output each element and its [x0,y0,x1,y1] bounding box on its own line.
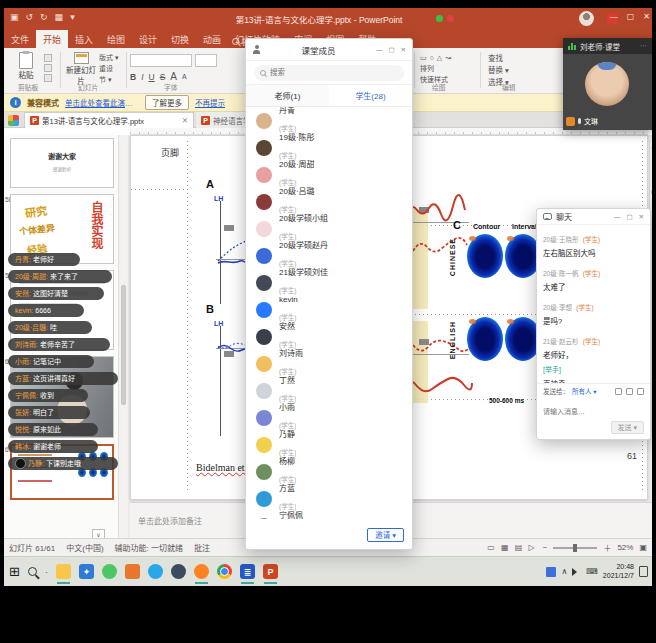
accessibility-status[interactable]: 辅助功能: 一切就绪 [115,542,183,553]
clipboard-small-buttons[interactable] [44,54,52,84]
tray-chevron-icon[interactable]: ∧ [561,567,567,576]
undo-icon[interactable]: ↺ [26,12,34,22]
member-row[interactable]: 杨柳 (学生) [246,458,412,485]
webcam-window[interactable]: 刘老师·课堂 ⋯ 文琳 [563,38,652,130]
tim-icon[interactable]: ✦ [79,564,94,579]
matlab-icon[interactable] [125,564,140,579]
invite-button[interactable]: 邀请 ▾ [367,528,404,542]
arrange-button[interactable]: 排列 [420,64,451,75]
volume-icon[interactable] [572,568,581,576]
redo-icon[interactable]: ↻ [40,12,48,22]
ribbon-tab[interactable]: 插入 [68,30,100,48]
strikethrough-button[interactable]: S [160,72,166,82]
file-explorer-icon[interactable] [56,564,71,579]
maximize-button[interactable]: ▢ [627,12,635,21]
steam-icon[interactable] [171,564,186,579]
maximize-icon[interactable]: ▢ [626,213,632,221]
cut-icon[interactable] [44,54,52,62]
member-row[interactable]: 20级学硕赵丹 (学生) [246,242,412,269]
taskview-dot-icon[interactable]: · [45,567,48,577]
member-row[interactable]: 乃静 (学生) [246,431,412,458]
member-row[interactable]: 19级·陈彤 (学生) [246,134,412,161]
replace-button[interactable]: 替换 ▾ [488,65,509,77]
copy-icon[interactable] [44,64,52,72]
qat-more-icon[interactable]: ▾ [70,12,75,22]
ime-keyboard-icon[interactable]: ⌨ [586,567,598,576]
member-row[interactable]: 宁佩佩 (学生) [246,512,412,519]
close-tab-icon[interactable]: ✕ [182,116,188,125]
chat-message-list[interactable]: 20级·王晓彤 (学生) 左右脑区别大吗 20级·陈一帆 (学生) [537,225,650,383]
member-row[interactable]: 丁然 (学生) [246,377,412,404]
notice-dismiss-link[interactable]: 不再提示 [195,97,225,108]
font-name-box[interactable] [130,54,192,67]
slide-thumbnail[interactable]: 谢谢大家 ·感谢聆听· [10,138,114,188]
italic-button[interactable]: I [141,72,143,82]
chat-input[interactable] [543,408,644,415]
more-icon[interactable]: ⋯ [640,42,647,50]
section-button[interactable]: 节 ▾ [99,75,118,86]
language-indicator[interactable]: 中文(中国) [66,542,103,553]
close-icon[interactable]: ✕ [401,46,406,54]
account-avatar[interactable] [579,11,594,26]
chrome-icon[interactable] [217,564,232,579]
grow-font-button[interactable]: A [170,71,177,82]
tray-clock[interactable]: 20:48 2021/12/7 [603,563,634,581]
new-slide-button[interactable]: 新建幻灯片 [66,52,96,86]
wechat-icon[interactable] [102,564,117,579]
paste-button[interactable]: 粘贴 [12,52,40,80]
qq-icon[interactable] [148,564,163,579]
member-row[interactable]: 方蓝 (学生) [246,485,412,512]
member-row[interactable]: 21级学硕刘佳 (学生) [246,269,412,296]
zoom-level[interactable]: 52% [617,543,633,552]
find-button[interactable]: 查找 [488,53,509,65]
send-button[interactable]: 发送 ▾ [611,421,644,434]
start-button[interactable]: ⊞ [9,564,20,579]
powerpoint-icon[interactable]: P [263,564,278,579]
save-icon[interactable]: ▣ [10,12,19,22]
chevron-up-icon[interactable]: ∧ [650,140,652,150]
screenshot-icon[interactable] [615,388,622,395]
firefox-icon[interactable] [194,564,209,579]
zoom-in-button[interactable]: ＋ [603,542,611,553]
ribbon-tab[interactable]: 文件 [4,30,36,48]
tab-teachers[interactable]: 老师(1) [246,85,329,106]
minimize-icon[interactable]: — [614,213,621,221]
minimize-icon[interactable]: — [376,46,383,54]
close-icon[interactable]: ✕ [639,213,644,221]
tray-app-icon[interactable] [546,567,556,577]
member-row[interactable]: 刘诗雨 (学生) [246,350,412,377]
maximize-icon[interactable]: ▢ [388,46,394,54]
document-tab-active[interactable]: P 第13讲-语言与文化心理学.pptx ✕ [24,112,194,128]
format-painter-icon[interactable] [44,74,52,82]
emoji-icon[interactable] [637,388,644,395]
action-center-icon[interactable] [639,566,648,577]
ribbon-tab[interactable]: 开始 [36,30,68,48]
view-mode-icons[interactable]: ▭ ▦ ▤ ▷ [487,543,537,552]
underline-button[interactable]: U [149,72,155,82]
present-icon[interactable]: ▦ [55,12,64,22]
audience-dropdown[interactable]: 所有人 ▾ [572,386,597,396]
member-row[interactable]: kevin (学生) [246,296,412,323]
ribbon-tab[interactable]: 设计 [132,30,164,48]
member-row[interactable]: 安然 (学生) [246,323,412,350]
ribbon-tab[interactable]: 绘图 [100,30,132,48]
notes-toggle[interactable]: 批注 [194,542,210,553]
image-icon[interactable] [626,388,633,395]
member-row[interactable]: 20级学硕小组 (学生) [246,215,412,242]
minimize-button[interactable]: — [610,12,618,21]
shrink-font-button[interactable]: A [182,73,187,80]
zoom-out-button[interactable]: − [543,543,548,552]
fit-to-window-icon[interactable]: ▣ [639,543,647,552]
home-tab-icon[interactable] [8,115,19,126]
layout-button[interactable]: 版式 ▾ [99,53,118,64]
tab-students[interactable]: 学生(28) [329,85,412,106]
ribbon-tab[interactable]: 动画 [196,30,228,48]
hand-raise-icon[interactable] [566,117,575,126]
reset-button[interactable]: 重设 [99,64,118,75]
member-row[interactable]: 小雨 (学生) [246,404,412,431]
ribbon-tab[interactable]: 切换 [164,30,196,48]
member-row[interactable]: 20级·周甜 (学生) [246,161,412,188]
close-button[interactable]: ✕ [643,12,650,21]
member-row[interactable]: 丹青 (学生) [246,107,412,134]
bold-button[interactable]: B [130,72,136,82]
